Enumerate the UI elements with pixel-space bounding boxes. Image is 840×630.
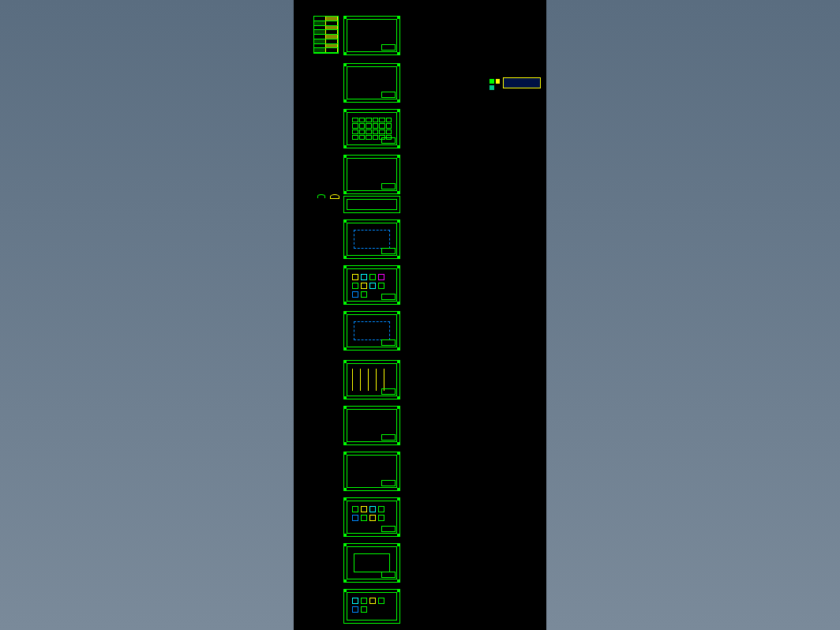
- colored-plan: [352, 460, 392, 482]
- corner-mark-icon: [343, 534, 347, 537]
- corner-mark-icon: [397, 265, 400, 268]
- corner-mark-icon: [397, 109, 400, 112]
- corner-mark-icon: [397, 52, 400, 55]
- drawing-sheet-1[interactable]: [343, 16, 400, 55]
- floor-plan: [352, 414, 392, 437]
- sheet-annotation: ··· ··· ···: [404, 273, 406, 279]
- drawing-sheet-8[interactable]: [343, 311, 400, 351]
- title-block: [381, 294, 396, 300]
- grid-plan: [352, 369, 392, 391]
- sheet-annotation: ··· ··· ···: [404, 73, 406, 78]
- outline-plan: [354, 230, 390, 249]
- title-block: [381, 92, 396, 98]
- corner-mark-icon: [397, 579, 400, 583]
- simple-plan: [354, 553, 390, 572]
- drawing-sheet-4[interactable]: [343, 155, 400, 194]
- corner-mark-icon: [343, 256, 347, 259]
- corner-mark-icon: [397, 219, 400, 223]
- corner-mark-icon: [397, 16, 400, 19]
- legend-row: [314, 48, 338, 53]
- detail-collection: [352, 506, 392, 528]
- corner-mark-icon: [397, 302, 400, 305]
- corner-mark-icon: [397, 396, 400, 399]
- corner-mark-icon: [397, 191, 400, 194]
- floor-plan: [352, 163, 392, 186]
- color-swatch-icon: [496, 79, 500, 84]
- drawing-sheet-3[interactable]: [343, 109, 400, 148]
- drawing-sheet-7[interactable]: [343, 265, 400, 305]
- corner-mark-icon: [343, 488, 347, 491]
- corner-mark-icon: [397, 360, 400, 363]
- drawing-sheet-2[interactable]: [343, 63, 400, 103]
- corner-mark-icon: [397, 452, 400, 455]
- sheet-border: [347, 409, 397, 442]
- sheet-border: [347, 66, 397, 99]
- sheet-border: [347, 455, 397, 488]
- arc-symbol-icon: [330, 194, 339, 199]
- sheet-border: [347, 592, 397, 621]
- title-block: [381, 434, 396, 441]
- corner-mark-icon: [397, 347, 400, 351]
- corner-mark-icon: [343, 145, 347, 148]
- drawing-sheet-9[interactable]: [343, 360, 400, 399]
- drawing-sheet-12[interactable]: [343, 497, 400, 537]
- sheet-border: [347, 501, 397, 534]
- legend-index-panel: [313, 16, 339, 54]
- corner-mark-icon: [343, 396, 347, 399]
- title-block: [381, 572, 396, 578]
- sheet-border: [347, 363, 397, 396]
- outline-plan: [354, 321, 390, 340]
- drawing-sheet-5[interactable]: [343, 196, 400, 213]
- sheet-border: [347, 112, 397, 145]
- sheet-annotation: ··· ···: [404, 597, 406, 601]
- sheet-annotation: ··· ···: [404, 163, 406, 167]
- sheet-border: [347, 268, 397, 302]
- detail-collection: [352, 598, 392, 615]
- drawing-sheet-10[interactable]: [343, 406, 400, 445]
- corner-mark-icon: [397, 406, 400, 409]
- color-swatch-icon: [489, 79, 494, 84]
- structural-grid: [352, 118, 392, 140]
- detail-collection: [352, 274, 392, 296]
- corner-mark-icon: [343, 347, 347, 351]
- sheet-annotation: ···: [404, 505, 406, 507]
- color-swatch-icon: [489, 85, 494, 90]
- corner-mark-icon: [343, 52, 347, 55]
- sheet-border: [347, 546, 397, 579]
- drawing-sheet-11[interactable]: [343, 452, 400, 491]
- sheet-border: [347, 223, 397, 256]
- corner-mark-icon: [397, 543, 400, 546]
- title-block: [381, 44, 396, 51]
- drawing-sheet-13[interactable]: [343, 543, 400, 583]
- corner-mark-icon: [397, 497, 400, 501]
- corner-mark-icon: [397, 63, 400, 66]
- corner-mark-icon: [397, 256, 400, 259]
- corner-mark-icon: [397, 311, 400, 314]
- title-block: [381, 339, 396, 346]
- corner-mark-icon: [397, 589, 400, 592]
- drawing-sheet-14[interactable]: [343, 589, 400, 624]
- sheet-border: [347, 199, 397, 210]
- corner-mark-icon: [397, 442, 400, 445]
- corner-mark-icon: [343, 302, 347, 305]
- arc-symbol-icon: [317, 194, 325, 198]
- corner-mark-icon: [343, 191, 347, 194]
- title-block: [381, 480, 396, 486]
- sheet-border: [347, 314, 397, 347]
- corner-mark-icon: [343, 579, 347, 583]
- corner-mark-icon: [397, 99, 400, 103]
- title-block: [381, 183, 396, 189]
- corner-mark-icon: [397, 155, 400, 158]
- corner-mark-icon: [343, 442, 347, 445]
- title-block: [381, 137, 396, 144]
- drawing-sheet-6[interactable]: [343, 219, 400, 259]
- title-block: [381, 248, 396, 254]
- corner-mark-icon: [343, 99, 347, 103]
- corner-mark-icon: [397, 488, 400, 491]
- floor-plan: [352, 72, 392, 94]
- cad-drawing-canvas[interactable]: ··· ··· ··· ··· ··· ··· ··· ··· ··· ··· …: [294, 0, 546, 630]
- section-content: [349, 201, 395, 208]
- corner-mark-icon: [397, 534, 400, 537]
- corner-mark-icon: [397, 145, 400, 148]
- sheet-border: [347, 158, 397, 191]
